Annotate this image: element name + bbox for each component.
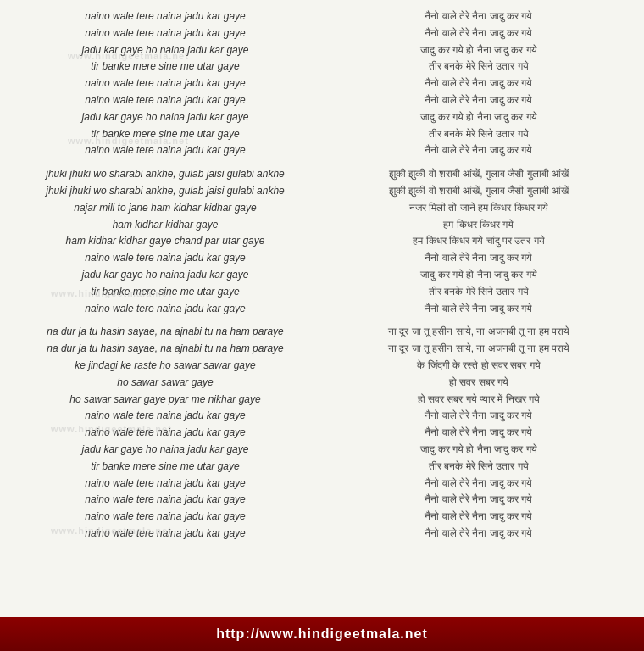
lyric-line-hindi: जादु कर गये हो नैना जादु कर गये [326, 109, 631, 126]
lyrics-left: naino wale tere naina jadu kar gaye nain… [13, 8, 318, 609]
lyric-line: ham kidhar kidhar gaye chand par utar ga… [13, 233, 318, 250]
lyric-line: naino wale tere naina jadu kar gaye [13, 509, 318, 526]
lyric-line-hindi: तीर बनके मेरे सिने उतार गये [326, 126, 631, 143]
lyric-line-hindi: हम किधर किधर गये [326, 217, 631, 234]
lyric-line-hindi: झुकी झुकी वो शराबी आंखें, गुलाब जैसी गुल… [326, 166, 631, 183]
lyric-line-hindi: नैनो वाले तेरे नैना जादु कर गये [326, 75, 631, 92]
lyric-line-hindi: नैनो वाले तेरे नैना जादु कर गये [326, 25, 631, 42]
lyric-line: tir banke mere sine me utar gaye [13, 58, 318, 75]
verse1-en: jhuki jhuki wo sharabi ankhe, gulab jais… [13, 166, 318, 317]
verse2-en: na dur ja tu hasin sayae, na ajnabi tu n… [13, 324, 318, 542]
lyric-line-hindi: जादु कर गये हो नैना जादु कर गये [326, 267, 631, 284]
lyric-line: naino wale tere naina jadu kar gaye [13, 250, 318, 267]
lyric-line-hindi: जादु कर गये हो नैना जादु कर गये [326, 42, 631, 59]
lyric-line-hindi: नैनो वाले तेरे नैना जादु कर गये [326, 301, 631, 318]
lyric-line: na dur ja tu hasin sayae, na ajnabi tu n… [13, 324, 318, 341]
verse2-hi: ना दूर जा तू हसीन साये, ना अजनबी तू ना ह… [326, 324, 631, 542]
lyric-line-hindi: नजर मिली तो जाने हम किधर किधर गये [326, 200, 631, 217]
chorus1-en: naino wale tere naina jadu kar gaye nain… [13, 8, 318, 159]
lyric-line: naino wale tere naina jadu kar gaye [13, 8, 318, 25]
footer-url: http://www.hindigeetmala.net [216, 626, 428, 642]
lyric-line-hindi: तीर बनके मेरे सिने उतार गये [326, 284, 631, 301]
lyric-line-hindi: नैनो वाले तेरे नैना जादु कर गये [326, 142, 631, 159]
lyric-line: ho sawar sawar gaye pyar me nikhar gaye [13, 392, 318, 409]
lyric-line-hindi: नैनो वाले तेरे नैना जादु कर गये [326, 250, 631, 267]
lyric-line: jadu kar gaye ho naina jadu kar gaye [13, 442, 318, 459]
lyric-line: najar mili to jane ham kidhar kidhar gay… [13, 200, 318, 217]
lyric-line-hindi: नैनो वाले तेरे नैना जादु कर गये [326, 492, 631, 509]
lyric-line: naino wale tere naina jadu kar gaye [13, 492, 318, 509]
lyric-line-hindi: के जिंदगी के रस्ते हो सवर सबर गये [326, 358, 631, 375]
lyric-line-hindi: तीर बनके मेरे सिने उतार गये [326, 459, 631, 476]
lyric-line: naino wale tere naina jadu kar gaye [13, 25, 318, 42]
lyric-line-hindi: हम किधर किधर गये चांदु पर उतर गये [326, 233, 631, 250]
lyric-line-hindi: नैनो वाले तेरे नैना जादु कर गये [326, 408, 631, 425]
lyric-line-hindi: हो सवर सबर गये प्यार में निखर गये [326, 392, 631, 409]
footer-bar: http://www.hindigeetmala.net [0, 617, 644, 651]
lyrics-container: naino wale tere naina jadu kar gaye nain… [13, 8, 631, 609]
lyric-line: jadu kar gaye ho naina jadu kar gaye [13, 109, 318, 126]
lyric-line-hindi: ना दूर जा तू हसीन साये, ना अजनबी तू ना ह… [326, 341, 631, 358]
lyric-line: naino wale tere naina jadu kar gaye [13, 476, 318, 492]
lyric-line: ho sawar sawar gaye [13, 375, 318, 392]
chorus1-hi: नैनो वाले तेरे नैना जादु कर गये नैनो वाल… [326, 8, 631, 159]
verse1-hi: झुकी झुकी वो शराबी आंखें, गुलाब जैसी गुल… [326, 166, 631, 317]
lyric-line-hindi: नैनो वाले तेरे नैना जादु कर गये [326, 425, 631, 442]
lyric-line-hindi: नैनो वाले तेरे नैना जादु कर गये [326, 476, 631, 492]
lyric-line: naino wale tere naina jadu kar gaye [13, 75, 318, 92]
lyric-line-hindi: जादु कर गये हो नैना जादु कर गये [326, 442, 631, 459]
lyric-line: jhuki jhuki wo sharabi ankhe, gulab jais… [13, 166, 318, 183]
main-content: naino wale tere naina jadu kar gaye nain… [0, 0, 644, 617]
lyric-line-hindi: नैनो वाले तेरे नैना जादु कर गये [326, 526, 631, 542]
lyric-line: naino wale tere naina jadu kar gaye [13, 301, 318, 318]
lyric-line-hindi: नैनो वाले तेरे नैना जादु कर गये [326, 509, 631, 526]
lyric-line: tir banke mere sine me utar gaye [13, 459, 318, 476]
lyric-line: na dur ja tu hasin sayae, na ajnabi tu n… [13, 341, 318, 358]
lyric-line-hindi: ना दूर जा तू हसीन साये, ना अजनबी तू ना ह… [326, 324, 631, 341]
lyric-line: tir banke mere sine me utar gaye [13, 284, 318, 301]
lyric-line: tir banke mere sine me utar gaye [13, 126, 318, 143]
lyrics-right: नैनो वाले तेरे नैना जादु कर गये नैनो वाल… [326, 8, 631, 609]
lyric-line: ham kidhar kidhar gaye [13, 217, 318, 234]
lyric-line-hindi: नैनो वाले तेरे नैना जादु कर गये [326, 8, 631, 25]
lyric-line: jadu kar gaye ho naina jadu kar gaye [13, 267, 318, 284]
lyric-line: naino wale tere naina jadu kar gaye [13, 408, 318, 425]
lyric-line-hindi: झुकी झुकी वो शराबी आंखें, गुलाब जैसी गुल… [326, 183, 631, 200]
lyric-line: naino wale tere naina jadu kar gaye [13, 92, 318, 109]
lyric-line: naino wale tere naina jadu kar gaye [13, 425, 318, 442]
lyric-line-hindi: हो सवर सबर गये [326, 375, 631, 392]
lyric-line: ke jindagi ke raste ho sawar sawar gaye [13, 358, 318, 375]
lyric-line: jadu kar gaye ho naina jadu kar gaye [13, 42, 318, 59]
lyric-line: naino wale tere naina jadu kar gaye [13, 526, 318, 542]
lyric-line-hindi: नैनो वाले तेरे नैना जादु कर गये [326, 92, 631, 109]
lyric-line: naino wale tere naina jadu kar gaye [13, 142, 318, 159]
lyric-line-hindi: तीर बनके मेरे सिने उतार गये [326, 58, 631, 75]
lyric-line: jhuki jhuki wo sharabi ankhe, gulab jais… [13, 183, 318, 200]
